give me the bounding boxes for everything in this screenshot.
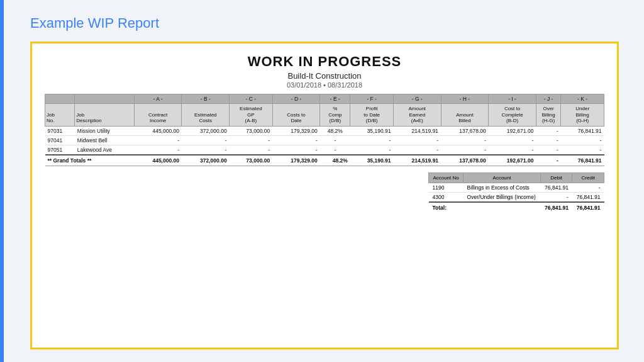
acc-name: Billings in Excess of Costs	[464, 183, 541, 192]
cell-profit-to-date: 35,190.91	[350, 126, 394, 135]
cell-contract-income: -	[134, 135, 182, 145]
left-accent	[0, 0, 4, 362]
cell-pct-comp: -	[320, 145, 350, 155]
cell-description: Mission Utility	[75, 126, 134, 135]
cell-over-billing: -	[536, 126, 560, 135]
header-pct-comp: %Comp(D/B)	[320, 104, 350, 127]
report-wrapper: WORK IN PROGRESS Build-It Construction 0…	[30, 42, 619, 349]
account-table: Account No Account Debit Credit 1190 Bil…	[428, 173, 604, 213]
header-est-costs: EstimatedCosts	[182, 104, 230, 127]
cell-pct-comp: 48.2%	[320, 126, 350, 135]
column-header-row: JobNo. JobDescription ContractIncome Est…	[45, 104, 604, 127]
report-header: WORK IN PROGRESS Build-It Construction 0…	[45, 54, 604, 89]
acc-header-name: Account	[464, 173, 541, 183]
cell-pct-comp: -	[320, 135, 350, 145]
header-est-gp: EstimatedGP(A-B)	[230, 104, 273, 127]
report-dates: 03/01/2018 • 08/31/2018	[45, 81, 604, 89]
col-label-f: - F -	[350, 94, 394, 104]
cell-over-billing: -	[536, 145, 560, 155]
totals-costs-to-date: 179,329.00	[272, 155, 320, 166]
totals-label: ** Grand Totals **	[45, 155, 135, 166]
cell-contract-income: 445,000.00	[134, 126, 182, 135]
cell-est-gp: 73,000.00	[230, 126, 273, 135]
col-label-g: - G -	[393, 94, 441, 104]
cell-description: Lakewood Ave	[75, 145, 134, 155]
col-label-i: - I -	[489, 94, 536, 104]
header-job-desc: JobDescription	[75, 104, 134, 127]
totals-cost-to-complete: 192,671.00	[489, 155, 536, 166]
cell-amount-billed: -	[441, 135, 489, 145]
col-label-a: - A -	[134, 94, 182, 104]
table-row: 97031 Mission Utility 445,000.00 372,000…	[45, 126, 604, 135]
header-profit-to-date: Profitto Date(D/B)	[350, 104, 394, 127]
header-costs-to-date: Costs toDate	[272, 104, 320, 127]
table-row: 97051 Lakewood Ave - - - - - - - - - - -	[45, 145, 604, 155]
cell-under-billing: -	[561, 135, 604, 145]
cell-amount-earned: 214,519.91	[393, 126, 441, 135]
account-totals-row: Total: 76,841.91 76,841.91	[429, 202, 604, 213]
acc-header-credit: Credit	[572, 173, 604, 183]
acc-total-label: Total:	[429, 202, 541, 213]
col-label-j: - J -	[536, 94, 560, 104]
acc-credit: -	[572, 183, 604, 192]
acc-total-debit: 76,841.91	[540, 202, 572, 213]
cell-amount-billed: 137,678.00	[441, 126, 489, 135]
table-row: 97041 Midwest Bell - - - - - - - - - - -	[45, 135, 604, 145]
report-company: Build-It Construction	[45, 71, 604, 81]
cell-over-billing: -	[536, 135, 560, 145]
cell-under-billing: -	[561, 145, 604, 155]
totals-over-billing: -	[536, 155, 560, 166]
cell-amount-earned: -	[393, 135, 441, 145]
cell-est-costs: 372,000.00	[182, 126, 230, 135]
cell-job-no: 97031	[45, 126, 75, 135]
col-label-e: - E -	[320, 94, 350, 104]
acc-no: 4300	[429, 192, 464, 202]
header-job-no: JobNo.	[45, 104, 75, 127]
acc-name: Over/Under Billings (Income)	[464, 192, 541, 202]
cell-profit-to-date: -	[350, 135, 394, 145]
totals-profit-to-date: 35,190.91	[350, 155, 394, 166]
cell-cost-to-complete: -	[489, 145, 536, 155]
cell-under-billing: 76,841.91	[561, 126, 604, 135]
col-labels-row: - A - - B - - C - - D - - E - - F - - G …	[45, 94, 604, 104]
account-header-row: Account No Account Debit Credit	[429, 173, 604, 183]
acc-total-credit: 76,841.91	[572, 202, 604, 213]
cell-contract-income: -	[134, 145, 182, 155]
cell-job-no: 97041	[45, 135, 75, 145]
header-contract-income: ContractIncome	[134, 104, 182, 127]
col-label-empty2	[75, 94, 134, 104]
col-label-d: - D -	[272, 94, 320, 104]
totals-amount-earned: 214,519.91	[393, 155, 441, 166]
cell-costs-to-date: -	[272, 145, 320, 155]
account-row: 1190 Billings in Excess of Costs 76,841.…	[429, 183, 604, 192]
acc-header-no: Account No	[429, 173, 464, 183]
col-label-h: - H -	[441, 94, 489, 104]
cell-description: Midwest Bell	[75, 135, 134, 145]
cell-est-costs: -	[182, 135, 230, 145]
page-title: Example WIP Report	[30, 15, 619, 31]
acc-debit: 76,841.91	[540, 183, 572, 192]
col-label-empty1	[45, 94, 75, 104]
totals-pct-comp: 48.2%	[320, 155, 350, 166]
totals-row: ** Grand Totals ** 445,000.00 372,000.00…	[45, 155, 604, 166]
totals-est-gp: 73,000.00	[230, 155, 273, 166]
cell-amount-billed: -	[441, 145, 489, 155]
totals-amount-billed: 137,678.00	[441, 155, 489, 166]
page-container: Example WIP Report WORK IN PROGRESS Buil…	[0, 0, 644, 362]
header-amount-earned: AmountEarned(A•E)	[393, 104, 441, 127]
acc-header-debit: Debit	[540, 173, 572, 183]
cell-job-no: 97051	[45, 145, 75, 155]
cell-est-gp: -	[230, 145, 273, 155]
header-under-billing: UnderBilling(G-H)	[561, 104, 604, 127]
totals-contract-income: 445,000.00	[134, 155, 182, 166]
acc-no: 1190	[429, 183, 464, 192]
totals-under-billing: 76,841.91	[561, 155, 604, 166]
col-label-c: - C -	[230, 94, 273, 104]
col-label-k: - K -	[561, 94, 604, 104]
acc-debit: -	[540, 192, 572, 202]
cell-cost-to-complete: -	[489, 135, 536, 145]
report-title: WORK IN PROGRESS	[45, 54, 604, 70]
cell-costs-to-date: -	[272, 135, 320, 145]
header-cost-to-complete: Cost toComplete(B-D)	[489, 104, 536, 127]
bottom-section: Account No Account Debit Credit 1190 Bil…	[45, 173, 604, 213]
